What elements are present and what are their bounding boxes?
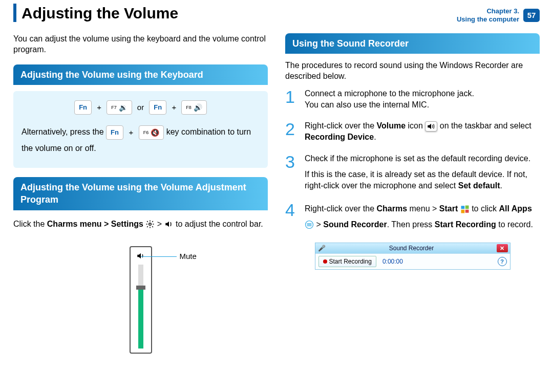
callout-line bbox=[141, 256, 177, 257]
slider-fill bbox=[138, 286, 143, 349]
start-recording-button[interactable]: Start Recording bbox=[318, 256, 376, 267]
start-recording-label: Start Recording bbox=[329, 257, 372, 266]
step-2-body: Right-click over the Volume icon on the … bbox=[305, 120, 540, 142]
chapter-info: Chapter 3. Using the computer bbox=[457, 7, 519, 24]
volume-up-icon: 🔊 bbox=[194, 103, 202, 113]
step-3-number: 3 bbox=[285, 153, 303, 191]
step-4-body: Right-click over the Charms menu > Start… bbox=[305, 201, 540, 232]
sr-time: 0:00:00 bbox=[382, 257, 403, 266]
svg-point-0 bbox=[149, 223, 152, 226]
step-1: 1 Connect a microphone to the microphone… bbox=[285, 88, 540, 110]
title-wrap: Adjusting the Volume bbox=[13, 3, 178, 24]
fn-key: Fn bbox=[74, 100, 92, 115]
page-number-badge: 57 bbox=[523, 9, 540, 22]
alt-combo-text: Alternatively, press the Fn + F6🔇 key co… bbox=[22, 124, 260, 157]
sound-recorder-window: 🎤 Sound Recorder ✕ Start Recording 0:00:… bbox=[315, 243, 511, 270]
f6-key: F6🔇 bbox=[139, 125, 164, 140]
recorder-intro: The procedures to record sound using the… bbox=[285, 60, 540, 82]
charms-instruction: Click the Charms menu > Settings > to ad… bbox=[13, 216, 268, 232]
taskbar-volume-icon bbox=[425, 121, 437, 132]
sr-help-button[interactable]: ? bbox=[498, 257, 507, 266]
chapter-label: Chapter 3. bbox=[457, 7, 519, 15]
key-combo-row: Fn + F7🔉 or Fn + F8🔊 bbox=[22, 100, 260, 115]
svg-rect-1 bbox=[461, 206, 464, 209]
page: Adjusting the Volume Chapter 3. Using th… bbox=[0, 0, 553, 392]
step-2-number: 2 bbox=[285, 120, 303, 142]
step-3: 3 Check if the microphone is set as the … bbox=[285, 153, 540, 191]
plus-sign-2: + bbox=[172, 103, 176, 112]
step-3-body: Check if the microphone is set as the de… bbox=[305, 153, 540, 191]
section-heading-recorder: Using the Sound Recorder bbox=[285, 33, 540, 54]
step-2: 2 Right-click over the Volume icon on th… bbox=[285, 120, 540, 142]
fn-key-3: Fn bbox=[106, 125, 123, 140]
slider-speaker-icon bbox=[136, 251, 145, 260]
volume-slider bbox=[130, 246, 152, 354]
step-1-number: 1 bbox=[285, 88, 303, 110]
fn-key-2: Fn bbox=[149, 100, 166, 115]
f8-key: F8🔊 bbox=[181, 100, 207, 115]
all-apps-icon bbox=[305, 220, 314, 229]
title-accent-bar bbox=[13, 4, 16, 22]
volume-icon bbox=[164, 220, 174, 229]
step-4-number: 4 bbox=[285, 201, 303, 232]
step-1-body: Connect a microphone to the microphone j… bbox=[305, 88, 540, 110]
slider-track bbox=[138, 265, 143, 349]
volume-slider-figure: Mute bbox=[13, 246, 268, 354]
svg-rect-4 bbox=[465, 210, 469, 213]
plus-sign: + bbox=[97, 103, 101, 112]
section-label: Using the computer bbox=[457, 15, 519, 24]
sr-body: Start Recording 0:00:00 ? bbox=[315, 253, 510, 269]
or-word: or bbox=[137, 103, 144, 112]
mute-callout: Mute bbox=[180, 251, 197, 262]
sr-close-button[interactable]: ✕ bbox=[497, 244, 508, 252]
svg-rect-2 bbox=[465, 206, 469, 209]
mute-icon: 🔇 bbox=[151, 125, 159, 140]
header-right: Chapter 3. Using the computer 57 bbox=[457, 7, 540, 24]
sr-window-title: Sound Recorder bbox=[327, 244, 497, 252]
right-column: Using the Sound Recorder The procedures … bbox=[285, 33, 540, 354]
intro-text: You can adjust the volume using the keyb… bbox=[13, 33, 268, 55]
step-4: 4 Right-click over the Charms menu > Sta… bbox=[285, 201, 540, 232]
page-header: Adjusting the Volume Chapter 3. Using th… bbox=[13, 0, 540, 24]
section-heading-program: Adjusting the Volume using the Volume Ad… bbox=[13, 177, 268, 210]
f7-key: F7🔉 bbox=[107, 100, 132, 115]
keyboard-panel: Fn + F7🔉 or Fn + F8🔊 Alternatively, pres… bbox=[13, 91, 268, 168]
volume-down-icon: 🔉 bbox=[119, 103, 127, 113]
slider-thumb bbox=[136, 286, 145, 290]
columns: You can adjust the volume using the keyb… bbox=[13, 33, 540, 354]
sr-mic-icon: 🎤 bbox=[317, 244, 327, 252]
page-title: Adjusting the Volume bbox=[22, 3, 178, 24]
left-column: You can adjust the volume using the keyb… bbox=[13, 33, 268, 354]
section-heading-keyboard: Adjusting the Volume using the Keyboard bbox=[13, 64, 268, 85]
record-dot-icon bbox=[323, 259, 327, 264]
svg-rect-3 bbox=[461, 210, 464, 213]
sr-titlebar: 🎤 Sound Recorder ✕ bbox=[315, 243, 510, 253]
windows-start-icon bbox=[460, 205, 470, 214]
settings-gear-icon bbox=[145, 220, 155, 229]
